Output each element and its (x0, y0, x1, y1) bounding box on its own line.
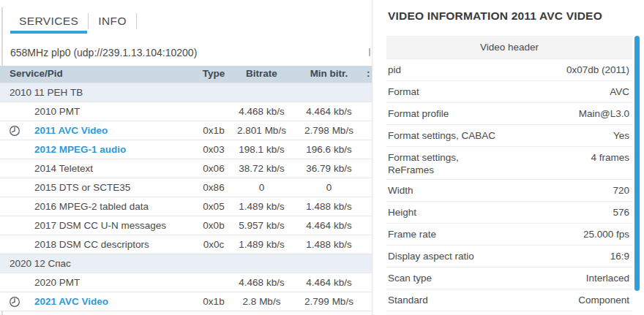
field-row-scan-type: Scan type Interlaced (386, 267, 632, 289)
field-label: Standard (388, 294, 428, 306)
field-row-pid: pid 0x07db (2011) (386, 59, 632, 81)
bitrate-cell: 38.72 kb/s (227, 163, 296, 174)
field-label: Frame rate (388, 228, 436, 240)
field-row-frame-rate: Frame rate 25.000 fps (386, 224, 632, 246)
bitrate-cell: 0 (227, 182, 296, 193)
field-value: 16:9 (610, 250, 629, 262)
min-bitrate-cell: 1.488 kb/s (294, 239, 364, 250)
min-bitrate-cell: 2.799 Mb/s (294, 296, 364, 307)
tab-separator (136, 13, 137, 29)
clipped-column-fragment: : (367, 68, 370, 79)
bitrate-cell: 2.801 Mb/s (227, 125, 296, 136)
min-bitrate-cell: 196.6 kb/s (294, 144, 364, 155)
field-value: 25.000 fps (583, 228, 629, 240)
pid-label: 2016 MPEG-2 tabled data (34, 201, 149, 212)
field-value: 576 (613, 206, 629, 219)
pid-label: 2020 PMT (34, 277, 80, 288)
clock-icon (9, 296, 20, 308)
min-bitrate-cell: 2.798 Mb/s (294, 125, 364, 136)
table-row-service-group[interactable]: 2020 12 Спас (0, 254, 372, 273)
panel-title: VIDEO INFORMATION 2011 AVC VIDEO (388, 10, 602, 23)
field-value: AVC (610, 86, 629, 98)
field-value: 0x07db (2011) (566, 64, 629, 76)
table-header-row: Service/Pid Type Bitrate Min bitr. : (0, 66, 372, 83)
panel-divider (372, 0, 372, 315)
field-value: Yes (613, 129, 629, 142)
field-row-format-profile: Format profile Main@L3.0 (386, 103, 632, 125)
pid-link[interactable]: 2011 AVC Video (34, 125, 108, 136)
field-label: Format (388, 86, 419, 98)
table-row[interactable]: 2010 PMT 4.468 kb/s 4.464 kb/s (0, 102, 372, 121)
table-row[interactable]: 2018 DSM CC descriptors 0x0c 1.489 kb/s … (0, 235, 372, 254)
field-label: Format profile (388, 107, 449, 120)
app-window: SERVICES INFO 658MHz plp0 (udp://239.1.1… (0, 0, 644, 315)
table-row[interactable]: 2021 AVC Video 0x1b 2.8 Mb/s 2.799 Mb/s (0, 292, 372, 311)
pid-label: 2010 PMT (34, 106, 80, 117)
field-label: Display aspect ratio (388, 250, 474, 262)
table-row[interactable]: 2016 MPEG-2 tabled data 0x05 1.489 kb/s … (0, 197, 372, 216)
field-label: pid (388, 64, 401, 76)
clipped-element-fragment (369, 48, 370, 56)
tab-bar: SERVICES INFO (10, 10, 137, 32)
pid-label: 2017 DSM CC U-N messages (34, 220, 166, 231)
bitrate-cell: 1.489 kb/s (227, 201, 296, 212)
bitrate-cell: 1.489 kb/s (227, 239, 296, 250)
pid-label: 2014 Teletext (34, 163, 93, 174)
field-row-standard: Standard Component (386, 289, 632, 311)
pid-label: 2018 DSM CC descriptors (34, 239, 149, 250)
service-group-label: 2010 11 РЕН ТВ (10, 87, 83, 98)
service-group-label: 2020 12 Спас (10, 258, 71, 269)
field-row-height: Height 576 (386, 202, 632, 224)
bitrate-cell: 198.1 kb/s (227, 144, 296, 155)
min-bitrate-cell: 0 (294, 182, 364, 193)
field-label: Format settings, ReFrames (388, 151, 459, 176)
bitrate-cell: 5.957 kb/s (227, 220, 296, 231)
section-header: Video header (386, 36, 632, 59)
field-value: 4 frames (591, 151, 629, 164)
min-bitrate-cell: 4.464 kb/s (294, 106, 364, 117)
clock-icon (9, 125, 20, 137)
field-value: 720 (613, 184, 629, 197)
table-row[interactable]: 2014 Teletext 0x06 38.72 kb/s 36.79 kb/s (0, 159, 372, 178)
field-label: Scan type (388, 272, 432, 284)
services-table: Service/Pid Type Bitrate Min bitr. : 201… (0, 66, 372, 311)
pid-link[interactable]: 2012 MPEG-1 audio (34, 144, 126, 155)
field-value: Main@L3.0 (579, 107, 629, 120)
field-row-aspect-ratio: Display aspect ratio 16:9 (386, 246, 632, 267)
pid-link[interactable]: 2021 AVC Video (34, 296, 108, 307)
table-row[interactable]: 2020 PMT 4.468 kb/s 4.464 kb/s (0, 273, 372, 292)
table-row[interactable]: 2017 DSM CC U-N messages 0x0b 5.957 kb/s… (0, 216, 372, 235)
min-bitrate-cell: 36.79 kb/s (294, 163, 364, 174)
min-bitrate-cell: 4.464 kb/s (294, 277, 364, 288)
column-header-service-pid[interactable]: Service/Pid (10, 68, 63, 79)
table-row-service-group[interactable]: 2010 11 РЕН ТВ (0, 83, 372, 102)
bitrate-cell: 2.8 Mb/s (227, 296, 296, 307)
table-row[interactable]: 2012 MPEG-1 audio 0x03 198.1 kb/s 196.6 … (0, 140, 372, 159)
stream-url-label: 658MHz plp0 (udp://239.1.13.104:10200) (10, 47, 197, 58)
field-row-reframes: Format settings, ReFrames 4 frames (386, 147, 632, 180)
bitrate-cell: 4.468 kb/s (227, 277, 296, 288)
field-label: Format settings, CABAC (388, 129, 495, 142)
pid-label: 2015 DTS or SCTE35 (34, 182, 130, 193)
min-bitrate-cell: 4.464 kb/s (294, 220, 364, 231)
field-label: Height (388, 206, 416, 219)
services-panel: SERVICES INFO 658MHz plp0 (udp://239.1.1… (3, 0, 372, 315)
field-value: Interlaced (586, 272, 629, 284)
tab-info[interactable]: INFO (89, 15, 136, 28)
field-value: Component (578, 294, 629, 306)
scrollbar-thumb[interactable] (634, 36, 640, 291)
field-row-width: Width 720 (386, 180, 632, 202)
bitrate-cell: 4.468 kb/s (227, 106, 296, 117)
min-bitrate-cell: 1.488 kb/s (294, 201, 364, 212)
field-row-cabac: Format settings, CABAC Yes (386, 125, 632, 147)
column-header-bitrate[interactable]: Bitrate (227, 68, 296, 79)
column-header-min-bitrate[interactable]: Min bitr. (294, 68, 364, 79)
field-row-format: Format AVC (386, 81, 632, 103)
video-info-panel: VIDEO INFORMATION 2011 AVC VIDEO Video h… (373, 0, 644, 315)
table-row[interactable]: 2011 AVC Video 0x1b 2.801 Mb/s 2.798 Mb/… (0, 121, 372, 140)
table-row[interactable]: 2015 DTS or SCTE35 0x86 0 0 (0, 178, 372, 197)
field-label: Width (388, 184, 413, 197)
video-header-card: Video header pid 0x07db (2011) Format AV… (386, 36, 632, 311)
tab-services[interactable]: SERVICES (10, 15, 88, 28)
